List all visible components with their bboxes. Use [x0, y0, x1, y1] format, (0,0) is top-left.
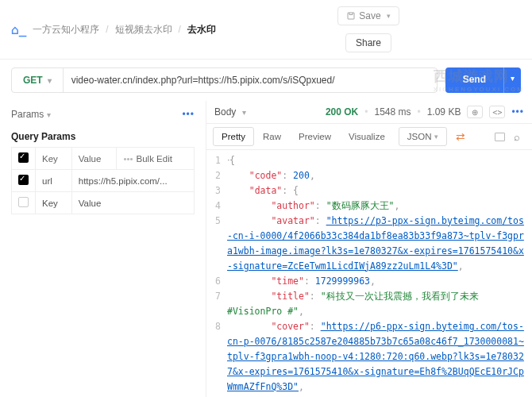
- table-row: Key Value: [12, 192, 195, 214]
- chevron-down-icon: ▾: [47, 110, 51, 119]
- body-tab[interactable]: Body: [214, 106, 236, 118]
- query-params-table: Key Value •••Bulk Edit url https://h5.pi…: [11, 147, 195, 214]
- col-value: Value: [71, 148, 117, 170]
- format-select[interactable]: JSON ▾: [399, 127, 448, 146]
- param-value[interactable]: https://h5.pipix.com/...: [71, 170, 194, 192]
- param-key[interactable]: url: [36, 170, 72, 192]
- format-label: JSON: [407, 132, 432, 141]
- col-key: Key: [36, 148, 72, 170]
- response-body[interactable]: 1ᐧ{ 2 "code": 200, 3 "data": { 4 "author…: [206, 150, 532, 397]
- query-params-title: Query Params: [11, 131, 195, 142]
- send-dropdown[interactable]: ▾: [503, 67, 521, 93]
- breadcrumb-current: 去水印: [187, 23, 216, 37]
- col-bulk: •••Bulk Edit: [117, 148, 195, 170]
- save-icon: [346, 11, 356, 21]
- send-button[interactable]: Send: [445, 67, 503, 93]
- chevron-down-icon: ▾: [242, 108, 246, 117]
- share-button[interactable]: Share: [345, 33, 391, 52]
- breadcrumb-root[interactable]: 一方云知小程序: [33, 23, 99, 37]
- param-value-ph[interactable]: Value: [71, 192, 194, 214]
- save-label: Save: [359, 10, 380, 21]
- param-key-ph[interactable]: Key: [36, 192, 72, 214]
- tab-raw[interactable]: Raw: [254, 127, 290, 146]
- search-icon[interactable]: ⌕: [508, 129, 526, 145]
- copy-icon[interactable]: [491, 129, 508, 145]
- response-size: 1.09 KB: [427, 106, 461, 118]
- chevron-down-icon: ▾: [434, 133, 438, 141]
- status-code: 200 OK: [326, 106, 358, 118]
- svg-rect-0: [348, 13, 354, 19]
- wrap-icon[interactable]: ⇄: [452, 129, 469, 145]
- breadcrumb: 一方云知小程序 / 短视频去水印 / 去水印: [33, 23, 216, 37]
- breadcrumb-folder[interactable]: 短视频去水印: [115, 23, 172, 37]
- response-time: 1548 ms: [374, 106, 411, 118]
- logo-icon: ⌂̲: [11, 22, 26, 37]
- chevron-down-icon: ▾: [48, 76, 52, 85]
- network-icon[interactable]: ⊕: [467, 106, 483, 118]
- tab-pretty[interactable]: Pretty: [213, 127, 254, 146]
- method-select[interactable]: GET ▾: [12, 68, 64, 92]
- checkbox-row-empty[interactable]: [18, 197, 29, 207]
- url-bar: GET ▾ video-water.cn/index.php?url=https…: [11, 67, 438, 93]
- tab-visualize[interactable]: Visualize: [340, 127, 394, 146]
- url-input[interactable]: video-water.cn/index.php?url=https://h5.…: [64, 68, 437, 92]
- table-row: url https://h5.pipix.com/...: [12, 170, 195, 192]
- tab-preview[interactable]: Preview: [290, 127, 340, 146]
- params-tab[interactable]: Params: [11, 109, 44, 120]
- method-label: GET: [23, 75, 43, 86]
- code-icon[interactable]: <>: [489, 106, 505, 118]
- checkbox-row[interactable]: [18, 175, 29, 185]
- more-icon[interactable]: •••: [511, 106, 524, 118]
- checkbox-all[interactable]: [18, 152, 29, 163]
- more-icon[interactable]: •••: [182, 109, 195, 120]
- save-button[interactable]: Save ▾: [337, 6, 399, 25]
